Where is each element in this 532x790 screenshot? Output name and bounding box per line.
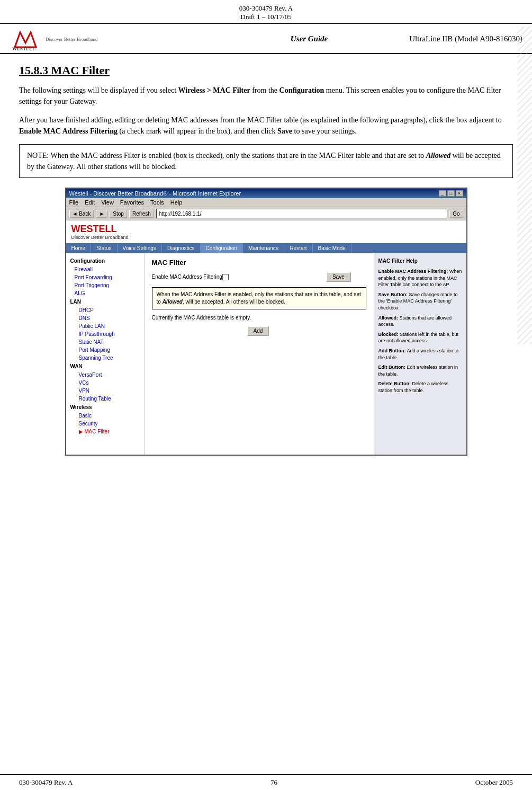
web-body: Configuration Firewall Port Forwarding P… bbox=[66, 253, 466, 455]
menu-help[interactable]: Help bbox=[170, 199, 183, 206]
menu-favorites[interactable]: Favorites bbox=[120, 199, 144, 206]
nav-configuration[interactable]: Configuration bbox=[201, 243, 243, 253]
help-blocked-heading: Blocked: bbox=[378, 332, 399, 337]
footer-left: 030-300479 Rev. A bbox=[19, 778, 73, 787]
web-page-header: WESTELL Discover Better Broadband bbox=[66, 220, 466, 243]
para1: The following settings will be displayed… bbox=[19, 85, 513, 107]
sidebar-wan-header: WAN bbox=[66, 362, 144, 371]
stop-btn[interactable]: Stop bbox=[110, 210, 127, 218]
svg-text:WESTELL: WESTELL bbox=[12, 46, 35, 51]
webpage-content: WESTELL Discover Better Broadband Home S… bbox=[66, 220, 466, 455]
forward-btn[interactable]: ► bbox=[96, 210, 107, 218]
web-sidebar: Configuration Firewall Port Forwarding P… bbox=[66, 253, 145, 455]
watermark-decoration bbox=[517, 26, 532, 344]
web-nav-bar: Home Status Voice Settings Diagnostics C… bbox=[66, 243, 466, 253]
westell-logo: WESTELL bbox=[10, 27, 41, 51]
refresh-btn[interactable]: Refresh bbox=[129, 210, 154, 218]
browser-menubar: File Edit View Favorites Tools Help bbox=[66, 198, 466, 207]
help-allowed-heading: Allowed: bbox=[378, 315, 399, 321]
document-header: 030-300479 Rev. A Draft 1 – 10/17/05 bbox=[0, 0, 532, 24]
help-enable: Enable MAC Address Filtering: When enabl… bbox=[378, 268, 462, 288]
nav-basic-mode[interactable]: Basic Mode bbox=[313, 243, 351, 253]
minimize-btn[interactable]: _ bbox=[439, 190, 446, 197]
user-guide-label: User Guide bbox=[291, 34, 328, 43]
nav-home[interactable]: Home bbox=[66, 243, 92, 253]
mac-empty-message: Currently the MAC Address table is empty… bbox=[152, 315, 366, 321]
mac-note-box: When the MAC Address Filter is enabled, … bbox=[152, 287, 366, 309]
footer-center: 76 bbox=[270, 778, 277, 787]
sidebar-config-header: Configuration bbox=[66, 256, 144, 265]
note-box: NOTE: When the MAC address Filter is ena… bbox=[19, 144, 513, 178]
help-save-heading: Save Button: bbox=[378, 292, 408, 297]
logo-area: WESTELL Discover Better Broadband bbox=[10, 27, 97, 51]
sidebar-mac-filter[interactable]: ▶ MAC Filter bbox=[66, 428, 144, 436]
menu-view[interactable]: View bbox=[101, 199, 114, 206]
sidebar-public-lan[interactable]: Public LAN bbox=[66, 322, 144, 330]
address-bar[interactable] bbox=[156, 209, 447, 218]
browser-toolbar: ◄ Back ► Stop Refresh Go bbox=[66, 207, 466, 220]
sidebar-vpn[interactable]: VPN bbox=[66, 387, 144, 395]
save-button[interactable]: Save bbox=[326, 272, 351, 282]
sidebar-port-mapping[interactable]: Port Mapping bbox=[66, 346, 144, 354]
para2: After you have finished adding, editing … bbox=[19, 114, 513, 137]
help-add-heading: Add Button: bbox=[378, 348, 406, 353]
nav-voice-settings[interactable]: Voice Settings bbox=[118, 243, 162, 253]
back-btn[interactable]: ◄ Back bbox=[69, 210, 94, 218]
sidebar-versaport[interactable]: VersaPort bbox=[66, 371, 144, 379]
sidebar-static-nat[interactable]: Static NAT bbox=[66, 338, 144, 346]
enable-filtering-row: Enable MAC Address Filtering Save bbox=[152, 272, 366, 282]
add-button[interactable]: Add bbox=[247, 326, 269, 336]
add-btn-row: Add bbox=[152, 326, 366, 336]
section-title: 15.8.3 MAC Filter bbox=[19, 64, 513, 77]
close-btn[interactable]: × bbox=[456, 190, 463, 197]
help-blocked: Blocked: Stations left in the table, but… bbox=[378, 331, 462, 344]
doc-header-line1: 030-300479 Rev. A bbox=[0, 4, 532, 13]
menu-tools[interactable]: Tools bbox=[150, 199, 164, 206]
header-right: User Guide UltraLine IIB (Model A90-8160… bbox=[291, 34, 522, 43]
main-content: 15.8.3 MAC Filter The following settings… bbox=[0, 54, 532, 475]
maximize-btn[interactable]: □ bbox=[447, 190, 455, 197]
sidebar-basic[interactable]: Basic bbox=[66, 412, 144, 420]
sidebar-ip-passthrough[interactable]: IP Passthrough bbox=[66, 330, 144, 338]
help-edit-heading: Edit Button: bbox=[378, 365, 405, 370]
web-logo-tagline: Discover Better Broadband bbox=[71, 235, 129, 240]
browser-controls: _ □ × bbox=[439, 190, 463, 197]
logo-tagline: Discover Better Broadband bbox=[46, 37, 97, 42]
nav-diagnostics[interactable]: Diagnostics bbox=[162, 243, 201, 253]
model-label: UltraLine IIB (Model A90-816030) bbox=[409, 34, 522, 43]
sidebar-alg[interactable]: ALG bbox=[66, 289, 144, 297]
footer-right: October 2005 bbox=[475, 778, 513, 787]
nav-status[interactable]: Status bbox=[91, 243, 117, 253]
sidebar-port-forwarding[interactable]: Port Forwarding bbox=[66, 273, 144, 281]
help-delete: Delete Button: Delete a wireless station… bbox=[378, 380, 462, 394]
menu-file[interactable]: File bbox=[69, 199, 79, 206]
go-btn[interactable]: Go bbox=[449, 210, 463, 218]
help-panel: MAC Filter Help Enable MAC Address Filte… bbox=[374, 253, 466, 455]
help-title: MAC Filter Help bbox=[378, 258, 462, 265]
sidebar-wireless-header: Wireless bbox=[66, 403, 144, 412]
sidebar-dhcp[interactable]: DHCP bbox=[66, 306, 144, 314]
help-delete-heading: Delete Button: bbox=[378, 381, 411, 386]
help-edit: Edit Button: Edit a wireless station in … bbox=[378, 364, 462, 377]
mac-filter-title: MAC Filter bbox=[152, 259, 366, 267]
enable-checkbox[interactable] bbox=[222, 274, 229, 280]
sidebar-routing-table[interactable]: Routing Table bbox=[66, 395, 144, 403]
sidebar-dns[interactable]: DNS bbox=[66, 314, 144, 322]
nav-restart[interactable]: Restart bbox=[284, 243, 312, 253]
doc-header-line2: Draft 1 – 10/17/05 bbox=[0, 13, 532, 21]
sidebar-lan-header: LAN bbox=[66, 297, 144, 306]
sidebar-firewall[interactable]: Firewall bbox=[66, 265, 144, 273]
sidebar-spanning-tree[interactable]: Spanning Tree bbox=[66, 354, 144, 362]
help-add: Add Button: Add a wireless station to th… bbox=[378, 348, 462, 361]
sidebar-security[interactable]: Security bbox=[66, 420, 144, 428]
sidebar-vcs[interactable]: VCs bbox=[66, 379, 144, 387]
help-enable-heading: Enable MAC Address Filtering: bbox=[378, 269, 448, 274]
sidebar-port-triggering[interactable]: Port Triggering bbox=[66, 281, 144, 289]
logo-row: WESTELL Discover Better Broadband User G… bbox=[0, 24, 532, 54]
browser-titlebar: Westell - Discover Better Broadband® - M… bbox=[66, 189, 466, 198]
browser-title: Westell - Discover Better Broadband® - M… bbox=[69, 190, 241, 197]
nav-maintenance[interactable]: Maintenance bbox=[243, 243, 284, 253]
help-save: Save Button: Save changes made to the 'E… bbox=[378, 291, 462, 312]
menu-edit[interactable]: Edit bbox=[85, 199, 95, 206]
web-logo: WESTELL bbox=[71, 224, 129, 235]
